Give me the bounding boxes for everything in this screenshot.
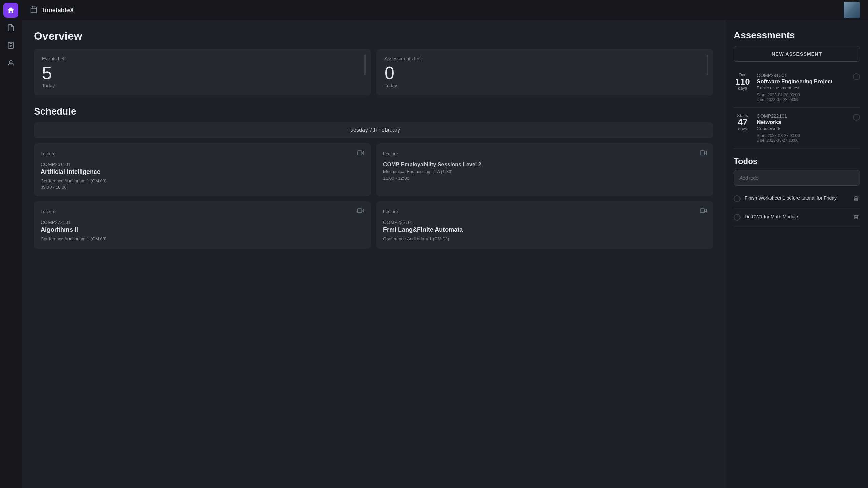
lecture-header-0: Lecture [41,149,364,158]
lecture-type-0: Lecture [41,151,55,156]
sidebar-item-profile[interactable] [3,56,18,70]
assessment-name-1: Networks [757,119,848,125]
lecture-header-2: Lecture [41,207,364,216]
lecture-location-2: Conference Auditorium 1 (GM.03) [41,236,364,241]
assessment-code-0: COMP291301 [757,73,848,78]
svg-rect-13 [358,209,362,213]
assessment-due-date-0: Due: 2023-05-28 23:59 [757,97,848,102]
avatar [844,2,860,18]
lecture-header-3: Lecture [383,207,707,216]
due-unit-1: days [734,127,751,131]
todo-checkbox-0[interactable] [734,195,741,202]
events-left-sublabel: Today [42,83,363,88]
lecture-location-1: Mechanical Engineering LT A (1.33) [383,169,707,174]
due-unit-0: days [734,86,751,91]
assessment-due-date-1: Due: 2023-03-27 10:00 [757,138,848,143]
schedule-title: Schedule [34,106,713,117]
assessments-left-card: Assessments Left 0 Today [376,49,713,95]
lecture-card-1: Lecture COMP Employability Sessions Leve… [376,143,713,196]
svg-marker-14 [704,209,706,212]
svg-marker-8 [362,151,364,154]
lecture-type-1: Lecture [383,151,398,156]
schedule-date: Tuesday 7th February [34,122,713,138]
lecture-header-1: Lecture [383,149,707,158]
svg-rect-0 [10,42,12,44]
assessment-checkbox-0[interactable] [853,73,860,80]
lecture-code-2: COMP272101 [41,220,364,225]
lecture-name-3: Frml Lang&Finite Automata [383,226,707,233]
assessments-title: Assessments [734,30,860,41]
assessment-start-1: Start: 2023-03-27 00:00 [757,133,848,138]
assessments-left-sublabel: Today [384,83,705,88]
assessment-item-0: Due 110 days COMP291301 Software Enginee… [734,67,860,108]
topbar: TimetableX [22,0,868,20]
sidebar [0,0,22,488]
stats-row: Events Left 5 Today Assessments Left 0 T… [34,49,713,95]
due-number-0: 110 [734,77,751,86]
svg-rect-11 [700,151,705,155]
todo-item-1: Do CW1 for Math Module [734,208,860,227]
new-assessment-button[interactable]: NEW ASSESSMENT [734,46,860,62]
events-left-number: 5 [42,64,363,82]
assessment-item-1: Starts 47 days COMP222101 Networks Cours… [734,108,860,148]
sidebar-item-clipboard[interactable] [3,38,18,53]
assessment-details-1: COMP222101 Networks Coursework Start: 20… [757,113,848,143]
svg-rect-15 [700,209,705,213]
svg-rect-9 [358,151,362,155]
avatar-image [844,2,860,18]
content-wrapper: Overview Events Left 5 Today Assessments… [22,0,868,488]
events-left-label: Events Left [42,56,363,61]
app-title: TimetableX [41,7,74,14]
video-icon-1 [700,149,707,158]
due-number-1: 47 [734,118,751,127]
lecture-name-0: Artificial Intelligence [41,168,364,176]
home-icon [7,6,15,14]
assessment-due-0: Due 110 days [734,73,751,102]
assessment-desc-1: Coursework [757,126,848,131]
lecture-code-3: COMP232101 [383,220,707,225]
todo-text-1: Do CW1 for Math Module [745,213,848,220]
right-panel: Assessments NEW ASSESSMENT Due 110 days … [726,20,868,488]
video-icon-3 [700,207,707,216]
overview-title: Overview [34,30,713,42]
main-content: TimetableX Overview Events Left 5 Today … [22,0,868,488]
lecture-location-0: Conference Auditorium 1 (GM.03) [41,178,364,183]
assessment-due-1: Starts 47 days [734,113,751,143]
assessment-code-1: COMP222101 [757,113,848,119]
video-icon-0 [357,149,364,158]
todo-delete-0[interactable] [852,195,860,203]
assessment-checkbox-1[interactable] [853,114,860,121]
todo-delete-1[interactable] [852,213,860,222]
assessments-left-label: Assessments Left [384,56,705,61]
lecture-card-3: Lecture COMP232101 Frml Lang&Finite Auto… [376,201,713,249]
svg-marker-12 [362,209,364,212]
lecture-code-1: COMP Employability Sessions Level 2 [383,162,707,168]
lecture-card-2: Lecture COMP272101 Algorithms II Confere… [34,201,371,249]
todo-text-0: Finish Worksheet 1 before tutorial for F… [745,195,848,202]
lecture-type-2: Lecture [41,209,55,214]
assessment-desc-0: Public assesment test [757,85,848,90]
assessment-details-0: COMP291301 Software Engineering Project … [757,73,848,102]
todo-checkbox-1[interactable] [734,214,741,221]
video-icon-2 [357,207,364,216]
add-todo-input[interactable] [734,170,860,186]
todo-item-0: Finish Worksheet 1 before tutorial for F… [734,190,860,208]
left-panel: Overview Events Left 5 Today Assessments… [22,20,726,488]
sidebar-item-document[interactable] [3,20,18,35]
assessments-left-number: 0 [384,64,705,82]
lecture-card-0: Lecture COMP261101 Artificial Intelligen… [34,143,371,196]
profile-icon [7,59,15,67]
schedule-grid: Lecture COMP261101 Artificial Intelligen… [34,143,713,249]
lecture-time-1: 11:00 - 12:00 [383,176,707,181]
todos-title: Todos [734,157,860,166]
events-left-card: Events Left 5 Today [34,49,371,95]
svg-rect-4 [31,7,37,13]
lecture-time-0: 09:00 - 10:00 [41,185,364,190]
clipboard-icon [7,42,15,49]
lecture-name-2: Algorithms II [41,226,364,233]
lecture-type-3: Lecture [383,209,398,214]
calendar-icon [30,6,37,15]
sidebar-item-home[interactable] [3,3,18,18]
assessment-name-0: Software Engineering Project [757,79,848,85]
svg-marker-10 [704,151,706,154]
